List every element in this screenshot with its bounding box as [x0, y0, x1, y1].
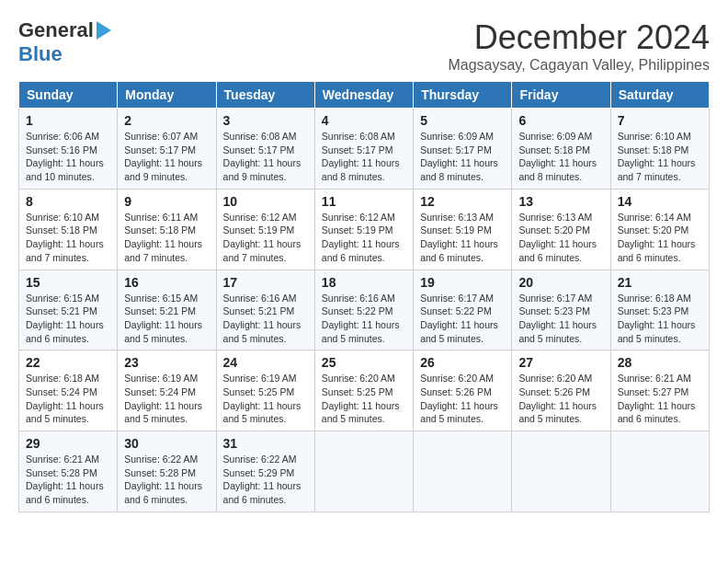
day-number: 5: [420, 113, 505, 128]
day-info: Sunrise: 6:07 AM Sunset: 5:17 PM Dayligh…: [124, 130, 209, 184]
calendar-cell: 12 Sunrise: 6:13 AM Sunset: 5:19 PM Dayl…: [414, 189, 512, 270]
day-number: 15: [26, 275, 110, 290]
day-number: 1: [26, 113, 110, 128]
day-info: Sunrise: 6:17 AM Sunset: 5:23 PM Dayligh…: [518, 292, 603, 346]
calendar-header-sunday: Sunday: [19, 82, 118, 109]
day-info: Sunrise: 6:19 AM Sunset: 5:24 PM Dayligh…: [124, 372, 209, 426]
calendar-cell: 9 Sunrise: 6:11 AM Sunset: 5:18 PM Dayli…: [118, 189, 216, 270]
calendar-cell: [610, 431, 709, 512]
day-number: 22: [26, 355, 110, 370]
day-info: Sunrise: 6:06 AM Sunset: 5:16 PM Dayligh…: [26, 130, 110, 184]
calendar-cell: 4 Sunrise: 6:08 AM Sunset: 5:17 PM Dayli…: [314, 109, 413, 190]
calendar-cell: 7 Sunrise: 6:10 AM Sunset: 5:18 PM Dayli…: [610, 109, 709, 190]
calendar-cell: 6 Sunrise: 6:09 AM Sunset: 5:18 PM Dayli…: [512, 109, 610, 190]
calendar-cell: 28 Sunrise: 6:21 AM Sunset: 5:27 PM Dayl…: [610, 350, 709, 431]
day-number: 6: [518, 113, 603, 128]
day-info: Sunrise: 6:21 AM Sunset: 5:27 PM Dayligh…: [618, 372, 702, 426]
calendar-cell: 3 Sunrise: 6:08 AM Sunset: 5:17 PM Dayli…: [216, 109, 314, 190]
day-info: Sunrise: 6:20 AM Sunset: 5:25 PM Dayligh…: [322, 372, 406, 426]
calendar: SundayMondayTuesdayWednesdayThursdayFrid…: [18, 81, 710, 512]
day-info: Sunrise: 6:13 AM Sunset: 5:19 PM Dayligh…: [420, 211, 505, 265]
day-info: Sunrise: 6:12 AM Sunset: 5:19 PM Dayligh…: [223, 211, 308, 265]
calendar-header-tuesday: Tuesday: [216, 82, 314, 109]
day-number: 13: [518, 194, 603, 209]
day-number: 12: [420, 194, 505, 209]
calendar-cell: 16 Sunrise: 6:15 AM Sunset: 5:21 PM Dayl…: [118, 270, 216, 350]
day-info: Sunrise: 6:09 AM Sunset: 5:18 PM Dayligh…: [518, 130, 603, 184]
day-info: Sunrise: 6:15 AM Sunset: 5:21 PM Dayligh…: [124, 292, 209, 346]
day-number: 7: [618, 113, 702, 128]
day-info: Sunrise: 6:11 AM Sunset: 5:18 PM Dayligh…: [124, 211, 209, 265]
logo-part2: Blue: [18, 42, 63, 66]
calendar-header-row: SundayMondayTuesdayWednesdayThursdayFrid…: [19, 82, 710, 109]
calendar-cell: 18 Sunrise: 6:16 AM Sunset: 5:22 PM Dayl…: [314, 270, 413, 350]
calendar-cell: 8 Sunrise: 6:10 AM Sunset: 5:18 PM Dayli…: [19, 189, 118, 270]
day-number: 16: [124, 275, 209, 290]
title-block: December 2024 Magsaysay, Cagayan Valley,…: [448, 18, 710, 74]
calendar-row-5: 29 Sunrise: 6:21 AM Sunset: 5:28 PM Dayl…: [19, 431, 710, 512]
day-info: Sunrise: 6:18 AM Sunset: 5:24 PM Dayligh…: [26, 372, 110, 426]
day-info: Sunrise: 6:18 AM Sunset: 5:23 PM Dayligh…: [618, 292, 702, 346]
calendar-cell: 10 Sunrise: 6:12 AM Sunset: 5:19 PM Dayl…: [216, 189, 314, 270]
day-info: Sunrise: 6:16 AM Sunset: 5:22 PM Dayligh…: [322, 292, 406, 346]
calendar-cell: [414, 431, 512, 512]
calendar-cell: 11 Sunrise: 6:12 AM Sunset: 5:19 PM Dayl…: [314, 189, 413, 270]
day-number: 17: [223, 275, 308, 290]
calendar-row-3: 15 Sunrise: 6:15 AM Sunset: 5:21 PM Dayl…: [19, 270, 710, 350]
calendar-cell: 15 Sunrise: 6:15 AM Sunset: 5:21 PM Dayl…: [19, 270, 118, 350]
main-title: December 2024: [448, 18, 710, 57]
calendar-cell: 30 Sunrise: 6:22 AM Sunset: 5:28 PM Dayl…: [118, 431, 216, 512]
calendar-cell: 5 Sunrise: 6:09 AM Sunset: 5:17 PM Dayli…: [414, 109, 512, 190]
day-info: Sunrise: 6:10 AM Sunset: 5:18 PM Dayligh…: [618, 130, 702, 184]
calendar-cell: 14 Sunrise: 6:14 AM Sunset: 5:20 PM Dayl…: [610, 189, 709, 270]
day-number: 26: [420, 355, 505, 370]
calendar-header-saturday: Saturday: [610, 82, 709, 109]
day-number: 18: [322, 275, 406, 290]
day-number: 14: [618, 194, 702, 209]
calendar-cell: [314, 431, 413, 512]
day-info: Sunrise: 6:08 AM Sunset: 5:17 PM Dayligh…: [322, 130, 406, 184]
day-number: 19: [420, 275, 505, 290]
calendar-cell: 17 Sunrise: 6:16 AM Sunset: 5:21 PM Dayl…: [216, 270, 314, 350]
day-info: Sunrise: 6:19 AM Sunset: 5:25 PM Dayligh…: [223, 372, 308, 426]
day-info: Sunrise: 6:12 AM Sunset: 5:19 PM Dayligh…: [322, 211, 406, 265]
day-number: 25: [322, 355, 406, 370]
logo: General Blue: [18, 18, 114, 66]
calendar-cell: 1 Sunrise: 6:06 AM Sunset: 5:16 PM Dayli…: [19, 109, 118, 190]
day-info: Sunrise: 6:16 AM Sunset: 5:21 PM Dayligh…: [223, 292, 308, 346]
logo-arrow-icon: [97, 21, 111, 40]
day-number: 24: [223, 355, 308, 370]
calendar-header-thursday: Thursday: [414, 82, 512, 109]
day-number: 9: [124, 194, 209, 209]
calendar-row-4: 22 Sunrise: 6:18 AM Sunset: 5:24 PM Dayl…: [19, 350, 710, 431]
day-number: 23: [124, 355, 209, 370]
day-info: Sunrise: 6:14 AM Sunset: 5:20 PM Dayligh…: [618, 211, 702, 265]
day-number: 4: [322, 113, 406, 128]
day-info: Sunrise: 6:20 AM Sunset: 5:26 PM Dayligh…: [518, 372, 603, 426]
logo-part1: General: [18, 18, 94, 42]
day-info: Sunrise: 6:15 AM Sunset: 5:21 PM Dayligh…: [26, 292, 110, 346]
day-number: 20: [518, 275, 603, 290]
calendar-cell: [512, 431, 610, 512]
calendar-cell: 13 Sunrise: 6:13 AM Sunset: 5:20 PM Dayl…: [512, 189, 610, 270]
calendar-cell: 27 Sunrise: 6:20 AM Sunset: 5:26 PM Dayl…: [512, 350, 610, 431]
calendar-cell: 24 Sunrise: 6:19 AM Sunset: 5:25 PM Dayl…: [216, 350, 314, 431]
calendar-cell: 2 Sunrise: 6:07 AM Sunset: 5:17 PM Dayli…: [118, 109, 216, 190]
day-info: Sunrise: 6:08 AM Sunset: 5:17 PM Dayligh…: [223, 130, 308, 184]
day-number: 11: [322, 194, 406, 209]
calendar-cell: 23 Sunrise: 6:19 AM Sunset: 5:24 PM Dayl…: [118, 350, 216, 431]
calendar-cell: 22 Sunrise: 6:18 AM Sunset: 5:24 PM Dayl…: [19, 350, 118, 431]
calendar-row-1: 1 Sunrise: 6:06 AM Sunset: 5:16 PM Dayli…: [19, 109, 710, 190]
day-number: 27: [518, 355, 603, 370]
subtitle: Magsaysay, Cagayan Valley, Philippines: [448, 57, 710, 74]
calendar-cell: 19 Sunrise: 6:17 AM Sunset: 5:22 PM Dayl…: [414, 270, 512, 350]
day-number: 30: [124, 436, 209, 451]
day-info: Sunrise: 6:10 AM Sunset: 5:18 PM Dayligh…: [26, 211, 110, 265]
day-number: 28: [618, 355, 702, 370]
day-info: Sunrise: 6:22 AM Sunset: 5:29 PM Dayligh…: [223, 453, 308, 507]
day-info: Sunrise: 6:20 AM Sunset: 5:26 PM Dayligh…: [420, 372, 505, 426]
calendar-cell: 31 Sunrise: 6:22 AM Sunset: 5:29 PM Dayl…: [216, 431, 314, 512]
day-info: Sunrise: 6:09 AM Sunset: 5:17 PM Dayligh…: [420, 130, 505, 184]
calendar-cell: 26 Sunrise: 6:20 AM Sunset: 5:26 PM Dayl…: [414, 350, 512, 431]
calendar-cell: 20 Sunrise: 6:17 AM Sunset: 5:23 PM Dayl…: [512, 270, 610, 350]
